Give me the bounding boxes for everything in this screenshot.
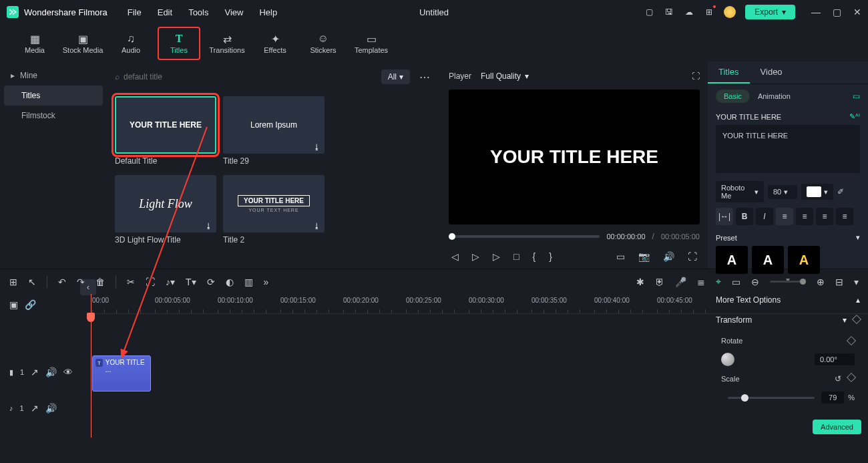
crop-button[interactable]: ⛶	[146, 277, 155, 287]
tool-arrange-icon[interactable]: ⊞	[9, 277, 17, 287]
close-button[interactable]: ✕	[853, 7, 861, 17]
bold-button[interactable]: B	[736, 208, 753, 225]
prev-frame-button[interactable]: ◁	[451, 251, 459, 262]
mic-icon[interactable]: 🎤	[675, 277, 686, 287]
delete-button[interactable]: 🗑	[95, 277, 105, 287]
preset-3[interactable]: A	[788, 246, 820, 274]
sub-tab-basic[interactable]: Basic	[716, 90, 750, 103]
title-thumb-29[interactable]: Lorem Ipsum⭳	[223, 96, 324, 154]
play-button[interactable]: ▷	[472, 251, 479, 262]
zoom-out-icon[interactable]: ⊖	[751, 277, 759, 287]
font-size-select[interactable]: 80 ▾	[768, 185, 797, 199]
preset-1[interactable]: A	[716, 246, 748, 274]
filter-all-button[interactable]: All▾	[381, 69, 410, 84]
chevron-down-icon[interactable]: ▾	[856, 233, 860, 242]
speed-button[interactable]: ♪▾	[166, 277, 175, 287]
align-left-button[interactable]: ≡	[776, 208, 793, 225]
search-input[interactable]	[124, 72, 224, 82]
menu-edit[interactable]: Edit	[158, 7, 172, 17]
camera-icon[interactable]: 📷	[638, 251, 650, 262]
align-center-button[interactable]: ≡	[796, 208, 813, 225]
font-color-select[interactable]: ▾	[801, 184, 833, 200]
title-thumb-default[interactable]: YOUR TITLE HERE	[115, 96, 216, 154]
text-tool-icon[interactable]: T▾	[186, 277, 196, 287]
more-options-button[interactable]: ⋯	[417, 71, 433, 84]
timeline-clip-title[interactable]: T YOUR TITLE ...	[92, 355, 151, 392]
timeline-link-icon[interactable]: 🔗	[25, 299, 36, 310]
italic-button[interactable]: I	[756, 208, 773, 225]
playhead-handle[interactable]	[87, 313, 95, 322]
timeline-ruler[interactable]: 00:0000:00:05:0000:00:10:0000:00:15:0000…	[87, 294, 868, 314]
inspector-tab-titles[interactable]: Titles	[708, 61, 750, 84]
scrub-bar[interactable]	[449, 235, 600, 238]
track-export-icon[interactable]: ↗	[31, 367, 39, 377]
save-preset-icon[interactable]: ▭	[853, 92, 860, 101]
mark-out-button[interactable]: }	[549, 251, 552, 262]
tab-transitions[interactable]: ⇄Transitions	[206, 27, 248, 60]
play2-button[interactable]: ▷	[493, 251, 500, 262]
maximize-button[interactable]: ▢	[833, 7, 841, 17]
minimize-button[interactable]: —	[811, 7, 821, 17]
mixer-icon[interactable]: ≣	[697, 277, 705, 287]
stop-button[interactable]: □	[513, 251, 519, 262]
more-tools-icon[interactable]: »	[264, 277, 269, 287]
align-justify-button[interactable]: ≡	[836, 208, 853, 225]
menu-view[interactable]: View	[224, 7, 243, 17]
cloud-icon[interactable]: ☁	[684, 7, 694, 17]
zoom-in-icon[interactable]: ⊕	[817, 277, 825, 287]
preset-2[interactable]: A	[752, 246, 784, 274]
font-family-select[interactable]: Roboto Me▾	[716, 181, 764, 202]
sidebar-item-filmstock[interactable]: Filmstock	[4, 106, 103, 126]
zoom-handle[interactable]	[800, 279, 806, 285]
preview-canvas[interactable]: YOUR TITLE HERE	[449, 90, 700, 224]
menu-tools[interactable]: Tools	[188, 7, 208, 17]
tab-audio[interactable]: ♫Audio	[110, 27, 152, 60]
eyedropper-icon[interactable]: ✐	[837, 187, 844, 196]
mark-in-button[interactable]: {	[532, 251, 535, 262]
scrub-handle[interactable]	[449, 233, 455, 240]
zoom-slider[interactable]	[770, 281, 806, 283]
display-icon[interactable]: ▭	[616, 251, 625, 262]
rotate-tool-icon[interactable]: ⟳	[207, 277, 215, 287]
undo-button[interactable]: ↶	[58, 277, 66, 287]
color-tool-icon[interactable]: ◐	[226, 277, 234, 287]
volume-icon[interactable]: 🔊	[663, 251, 674, 262]
char-spacing-button[interactable]: |↔|	[716, 208, 733, 225]
sidebar-item-titles[interactable]: Titles	[4, 86, 103, 106]
tool-select-icon[interactable]: ↖	[28, 277, 36, 287]
tab-stickers[interactable]: ☺Stickers	[302, 27, 345, 60]
title-thumb-2[interactable]: YOUR TITLE HEREYOUR TEXT HERE⭳	[223, 175, 324, 233]
title-thumb-lightflow[interactable]: Light Flow⭳	[115, 175, 216, 233]
track-mute-icon[interactable]: 🔊	[45, 403, 57, 414]
mask-tool-icon[interactable]: ▥	[244, 277, 253, 287]
download-icon[interactable]: ⭳	[313, 143, 320, 151]
download-icon[interactable]: ⭳	[313, 222, 320, 230]
menu-help[interactable]: Help	[259, 7, 277, 17]
screen-icon[interactable]: ▢	[644, 7, 654, 17]
redo-button[interactable]: ↷	[77, 277, 85, 287]
track-export-icon[interactable]: ↗	[31, 403, 39, 414]
inspector-tab-video[interactable]: Video	[750, 61, 793, 84]
align-right-button[interactable]: ≡	[816, 208, 833, 225]
menu-file[interactable]: File	[128, 7, 142, 17]
tab-media[interactable]: ▦Media	[13, 27, 56, 60]
save-icon[interactable]: 🖫	[664, 7, 674, 17]
snapshot-icon[interactable]: ⛶	[692, 71, 700, 81]
timeline-layers-icon[interactable]: ▣	[9, 299, 18, 310]
marker-icon[interactable]: ✱	[636, 277, 644, 287]
tab-stock-media[interactable]: ▣Stock Media	[61, 27, 104, 60]
shield-icon[interactable]: ⛨	[655, 277, 664, 287]
settings-icon[interactable]: ▾	[854, 277, 859, 287]
download-icon[interactable]: ⭳	[205, 222, 212, 230]
video-track-head[interactable]: ▮1 ↗ 🔊 👁	[0, 354, 87, 390]
cut-button[interactable]: ✂	[127, 277, 135, 287]
tab-titles[interactable]: TTitles	[158, 27, 200, 60]
apps-icon[interactable]: ⊞	[704, 7, 714, 17]
user-avatar[interactable]	[724, 6, 736, 18]
title-text-input[interactable]: YOUR TITLE HERE	[716, 125, 860, 173]
tab-effects[interactable]: ✦Effects	[254, 27, 296, 60]
ai-edit-icon[interactable]: ✎ᴬᴵ	[849, 112, 860, 121]
frame-icon[interactable]: ▭	[732, 277, 740, 287]
sidebar-item-mine[interactable]: ▸Mine	[4, 65, 103, 86]
fullscreen-icon[interactable]: ⛶	[688, 251, 697, 262]
